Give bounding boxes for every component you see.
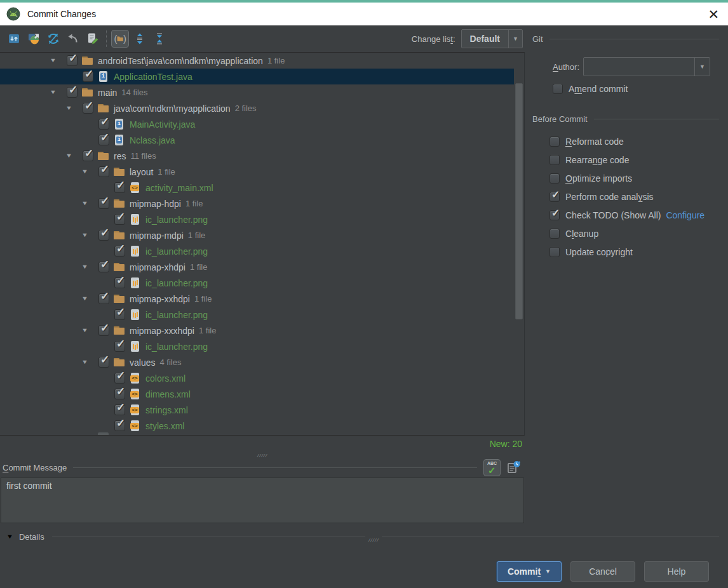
tree-row[interactable]: ic_launcher.png xyxy=(0,275,514,291)
tree-row[interactable]: activity_main.xml xyxy=(0,180,514,196)
tree-row[interactable]: strings.xml xyxy=(0,402,514,418)
collapse-all-icon[interactable] xyxy=(151,30,168,48)
file-checkbox[interactable] xyxy=(98,262,109,272)
file-checkbox[interactable] xyxy=(114,404,125,415)
file-checkbox[interactable] xyxy=(114,309,125,320)
file-checkbox[interactable] xyxy=(114,420,125,431)
before-commit-option[interactable]: Check TODO (Show All) Configure xyxy=(549,208,723,222)
file-checkbox[interactable] xyxy=(114,341,125,352)
before-commit-option[interactable]: Perform code analysis xyxy=(549,190,723,204)
expander-icon[interactable]: ▼ xyxy=(81,328,98,333)
tree-row[interactable]: MainActivity.java xyxy=(0,116,514,132)
file-checkbox[interactable] xyxy=(114,246,125,257)
group-by-directory-icon[interactable]: ( ) xyxy=(111,30,129,48)
option-checkbox[interactable] xyxy=(549,173,560,184)
amend-commit-checkbox[interactable] xyxy=(553,84,563,94)
tree-row[interactable]: ▼ mipmap-xhdpi 1 file xyxy=(0,259,514,275)
tree-row[interactable]: ▼ layout 1 file xyxy=(0,164,514,180)
tree-scrollbar-thumb[interactable] xyxy=(515,83,523,319)
file-checkbox[interactable] xyxy=(67,55,78,66)
commit-message-input[interactable]: first commit xyxy=(1,478,524,523)
tree-row[interactable]: ic_launcher.png xyxy=(0,243,514,259)
file-checkbox[interactable] xyxy=(98,293,109,304)
details-label[interactable]: Details xyxy=(19,532,44,542)
close-icon[interactable]: ✕ xyxy=(708,8,719,21)
file-checkbox[interactable] xyxy=(114,373,125,384)
file-checkbox[interactable] xyxy=(98,357,109,368)
refresh-changes-icon[interactable] xyxy=(44,30,62,48)
file-checkbox[interactable] xyxy=(83,103,93,114)
file-checkbox[interactable] xyxy=(83,150,93,161)
tree-row[interactable]: colors.xml xyxy=(0,370,514,386)
author-input[interactable] xyxy=(584,58,694,76)
cancel-button[interactable]: Cancel xyxy=(570,561,635,582)
tree-row[interactable]: ▼ res 11 files xyxy=(0,148,514,164)
tree-row[interactable]: ▼ mipmap-mdpi 1 file xyxy=(0,227,514,243)
before-commit-option[interactable]: Update copyright xyxy=(549,245,723,259)
file-checkbox[interactable] xyxy=(114,277,125,288)
before-commit-option[interactable]: Optimize imports xyxy=(549,171,723,185)
file-checkbox[interactable] xyxy=(67,87,78,98)
file-checkbox[interactable] xyxy=(98,325,109,336)
file-checkbox[interactable] xyxy=(98,119,109,130)
expander-icon[interactable]: ▼ xyxy=(50,58,67,63)
spellcheck-toggle-icon[interactable]: ABC xyxy=(483,459,501,476)
tree-row[interactable]: styles.xml xyxy=(0,418,514,434)
tree-row[interactable]: Nclass.java xyxy=(0,132,514,148)
tree-row[interactable]: ▼ mipmap-hdpi 1 file xyxy=(0,196,514,211)
tree-row[interactable]: ic_launcher.png xyxy=(0,307,514,323)
option-checkbox[interactable] xyxy=(549,137,560,147)
expander-icon[interactable]: ▼ xyxy=(81,359,98,365)
option-checkbox[interactable] xyxy=(549,192,560,202)
help-button[interactable]: Help xyxy=(644,561,709,582)
file-checkbox[interactable] xyxy=(114,214,125,225)
author-combobox[interactable]: ▼ xyxy=(583,57,710,76)
jump-to-source-icon[interactable] xyxy=(84,30,102,48)
expander-icon[interactable]: ▼ xyxy=(81,169,98,175)
chevron-down-icon[interactable]: ▼ xyxy=(545,568,551,575)
tree-row[interactable]: ic_launcher.png xyxy=(0,211,514,227)
expander-icon[interactable]: ▼ xyxy=(81,296,98,302)
option-checkbox[interactable] xyxy=(549,229,560,239)
tree-scrollbar[interactable] xyxy=(515,53,523,435)
before-commit-option[interactable]: Cleanup xyxy=(549,227,723,241)
before-commit-option[interactable]: Reformat code xyxy=(549,135,723,149)
before-commit-option[interactable]: Rearrange code xyxy=(549,153,723,167)
chevron-down-icon[interactable]: ▼ xyxy=(694,58,710,76)
file-checkbox[interactable] xyxy=(83,71,93,82)
tree-row[interactable]: ▼ java\com\ndkm\myapplication 2 files xyxy=(0,100,514,116)
show-diff-icon[interactable] xyxy=(5,30,23,48)
amend-commit-option[interactable]: Amend commit xyxy=(553,84,628,94)
tree-row[interactable]: ApplicationTest.java xyxy=(0,69,514,84)
expander-icon[interactable]: ▼ xyxy=(65,105,83,111)
message-history-icon[interactable] xyxy=(506,459,522,476)
expander-icon[interactable]: ▼ xyxy=(50,90,67,95)
expander-icon[interactable]: ▼ xyxy=(65,153,83,159)
file-checkbox[interactable] xyxy=(114,389,125,399)
tree-row[interactable]: ▼ main 14 files xyxy=(0,84,514,100)
expander-icon[interactable]: ▼ xyxy=(81,232,98,238)
file-checkbox[interactable] xyxy=(98,166,109,177)
expand-all-icon[interactable] xyxy=(131,30,149,48)
change-list-select[interactable]: Default ▼ xyxy=(461,29,523,48)
commit-button[interactable]: Commit ▼ xyxy=(497,561,562,582)
expander-icon[interactable]: ▼ xyxy=(81,201,98,206)
file-checkbox[interactable] xyxy=(114,182,125,193)
file-checkbox[interactable] xyxy=(98,230,109,241)
tree-row[interactable]: ▼ mipmap-xxhdpi 1 file xyxy=(0,291,514,307)
file-checkbox[interactable] xyxy=(98,198,109,209)
tree-row[interactable]: ▼ mipmap-xxxhdpi 1 file xyxy=(0,323,514,338)
tree-row[interactable]: dimens.xml xyxy=(0,386,514,402)
tree-row[interactable]: ic_launcher.png xyxy=(0,338,514,354)
expander-icon[interactable]: ▼ xyxy=(81,264,98,270)
tree-row[interactable]: ▼ values 4 files xyxy=(0,354,514,370)
horizontal-splitter[interactable] xyxy=(0,450,525,458)
splitter-handle-icon[interactable] xyxy=(365,533,382,544)
move-to-another-changelist-icon[interactable] xyxy=(25,30,43,48)
configure-link[interactable]: Configure xyxy=(666,210,704,220)
rollback-icon[interactable] xyxy=(64,30,82,48)
file-checkbox[interactable] xyxy=(98,135,109,145)
tree-row[interactable]: ▼ androidTest\java\com\ndkm\myapplicatio… xyxy=(0,53,514,69)
option-checkbox[interactable] xyxy=(549,155,560,165)
option-checkbox[interactable] xyxy=(549,247,560,257)
